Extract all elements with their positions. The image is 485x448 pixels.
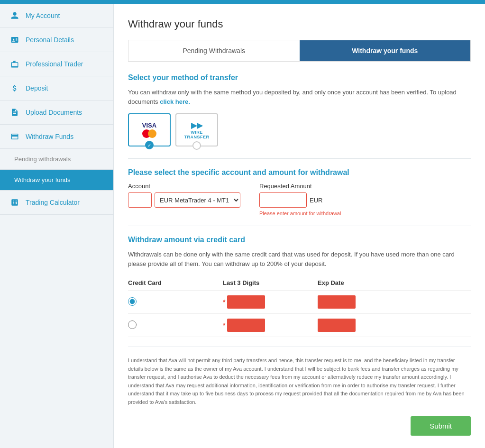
money-icon xyxy=(9,83,20,93)
amount-input[interactable] xyxy=(259,192,307,208)
sidebar-label-my-account: My Account xyxy=(26,12,60,19)
sidebar-item-upload-documents[interactable]: Upload Documents xyxy=(0,101,113,125)
cc-col-credit-card: Credit Card xyxy=(128,279,223,286)
account-amount-row: Account EUR MetaTrader 4 - MT1 Requested… xyxy=(128,183,471,216)
currency-label: EUR xyxy=(310,197,322,204)
payment-method-visa-mc[interactable]: VISA ✓ xyxy=(128,113,171,146)
divider-1 xyxy=(128,158,471,159)
asterisk-2: * xyxy=(223,321,225,329)
account-select[interactable]: EUR MetaTrader 4 - MT1 xyxy=(155,192,240,208)
cc-col-last3: Last 3 Digits xyxy=(223,279,318,286)
sidebar-label-pending-withdrawals: Pending withdrawals xyxy=(14,155,71,163)
account-section-title: Please select the specific account and a… xyxy=(128,168,471,177)
visa-logo: VISA xyxy=(142,122,156,138)
cc-row1-expdate-cell xyxy=(318,295,412,309)
payment-methods: VISA ✓ ▶▶ WIRE TRANSFER xyxy=(128,113,471,146)
submit-button[interactable]: Submit xyxy=(411,416,471,436)
sidebar-item-professional-trader[interactable]: Professional Trader xyxy=(0,52,113,76)
cc-row2-expdate-cell xyxy=(318,319,412,332)
cc-row-2: * xyxy=(128,313,471,337)
cc-row2-expdate-input[interactable] xyxy=(318,319,356,332)
page-title: Withdraw your funds xyxy=(128,18,471,30)
cc-row1-expdate-input[interactable] xyxy=(318,295,356,309)
account-id-input[interactable] xyxy=(128,192,152,208)
user-icon xyxy=(9,10,20,21)
top-bar xyxy=(0,0,485,4)
sidebar-item-withdraw-funds[interactable]: Withdraw Funds xyxy=(0,125,113,149)
credit-card-description: Withdrawals can be done only with the sa… xyxy=(128,250,471,268)
sidebar-label-withdraw-funds: Withdraw Funds xyxy=(26,133,73,140)
cc-row2-last3-cell: * xyxy=(223,319,318,332)
sidebar-item-my-account[interactable]: My Account xyxy=(0,4,113,28)
cc-row1-radio-cell xyxy=(128,297,223,307)
sidebar-label-professional-trader: Professional Trader xyxy=(26,60,83,68)
legal-text: I understand that Ava will not permit an… xyxy=(128,357,471,407)
main-content: Withdraw your funds Pending Withdrawals … xyxy=(114,4,485,448)
id-card-icon xyxy=(9,35,20,45)
cc-row2-radio-cell xyxy=(128,320,223,330)
account-label: Account xyxy=(128,183,240,190)
briefcase-icon xyxy=(9,59,20,69)
sidebar: My Account Personal Details Professional… xyxy=(0,4,114,448)
tab-bar: Pending Withdrawals Withdraw your funds xyxy=(128,40,471,62)
requested-amount-field-group: Requested Amount EUR Please enter amount… xyxy=(259,183,341,216)
wire-transfer-logo: ▶▶ WIRE TRANSFER xyxy=(184,121,210,139)
divider-2 xyxy=(128,226,471,226)
transfer-description: You can withdraw only with the same meth… xyxy=(128,88,471,106)
calc-icon xyxy=(9,197,20,208)
sidebar-label-withdraw-your-funds: Withdraw your funds xyxy=(14,176,71,183)
cc-row1-last3-input[interactable] xyxy=(227,295,265,309)
cc-row-1: * xyxy=(128,290,471,313)
cc-row1-last3-cell: * xyxy=(223,295,318,309)
credit-card-section-title: Withdraw amount via credit card xyxy=(128,236,471,244)
cc-table-header: Credit Card Last 3 Digits Exp Date xyxy=(128,275,471,290)
amount-error-text: Please enter amount for withdrawal xyxy=(259,210,341,216)
payment-method-wire[interactable]: ▶▶ WIRE TRANSFER xyxy=(175,113,218,146)
sidebar-label-personal-details: Personal Details xyxy=(26,36,74,44)
document-icon xyxy=(9,107,20,118)
account-field-row: EUR MetaTrader 4 - MT1 xyxy=(128,192,240,208)
transfer-section-title: Select your method of transfer xyxy=(128,73,471,82)
withdraw-icon xyxy=(9,131,20,142)
account-amount-section: Please select the specific account and a… xyxy=(128,168,471,216)
cc-row1-radio[interactable] xyxy=(128,297,137,306)
tab-pending-withdrawals[interactable]: Pending Withdrawals xyxy=(128,40,300,61)
cc-row2-last3-input[interactable] xyxy=(227,319,265,332)
sidebar-label-trading-calculator: Trading Calculator xyxy=(26,199,80,206)
tab-withdraw-funds[interactable]: Withdraw your funds xyxy=(300,40,471,61)
transfer-method-section: Select your method of transfer You can w… xyxy=(128,73,471,146)
sidebar-item-deposit[interactable]: Deposit xyxy=(0,76,113,101)
selected-checkmark: ✓ xyxy=(145,141,154,149)
credit-card-section: Withdraw amount via credit card Withdraw… xyxy=(128,236,471,337)
asterisk-1: * xyxy=(223,298,225,306)
sidebar-label-upload-documents: Upload Documents xyxy=(26,109,82,116)
amount-field-row: EUR xyxy=(259,192,341,208)
divider-3 xyxy=(128,347,471,347)
account-field-group: Account EUR MetaTrader 4 - MT1 xyxy=(128,183,240,208)
cc-col-expdate: Exp Date xyxy=(318,279,412,286)
sidebar-item-pending-withdrawals[interactable]: Pending withdrawals xyxy=(0,149,113,170)
sidebar-item-personal-details[interactable]: Personal Details xyxy=(0,28,113,52)
requested-amount-label: Requested Amount xyxy=(259,183,341,190)
sidebar-item-withdraw-your-funds[interactable]: Withdraw your funds xyxy=(0,170,113,191)
sidebar-item-trading-calculator[interactable]: Trading Calculator xyxy=(0,191,113,215)
click-here-link[interactable]: click here. xyxy=(160,98,190,105)
sidebar-label-deposit: Deposit xyxy=(26,84,48,92)
cc-row2-radio[interactable] xyxy=(128,320,137,329)
